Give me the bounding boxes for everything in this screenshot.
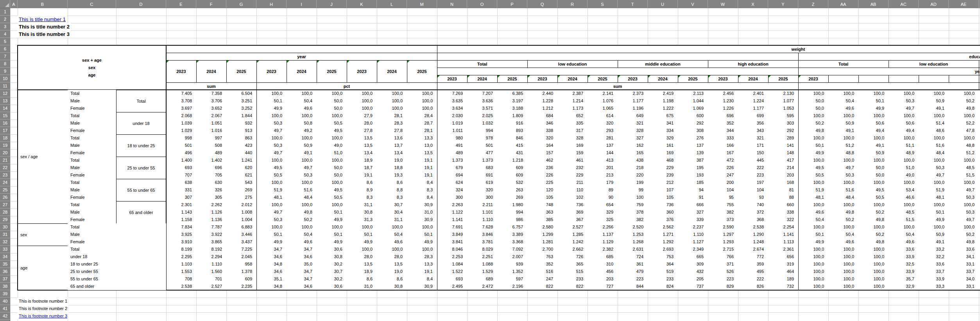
cell[interactable]: 543 — [226, 179, 252, 186]
column-header-U[interactable]: U — [648, 0, 678, 8]
cell[interactable]: 1.141 — [437, 216, 463, 223]
cell[interactable]: 50,2 — [858, 209, 884, 216]
cell[interactable]: 30,7 — [317, 268, 342, 275]
cell[interactable]: 100,0 — [798, 275, 824, 283]
cell[interactable]: 7.787 — [196, 223, 222, 231]
cell[interactable]: 100,0 — [858, 179, 884, 186]
cell[interactable]: 100,0 — [858, 268, 884, 275]
cell[interactable]: 3.446 — [226, 231, 252, 238]
cell[interactable]: 166 — [708, 142, 734, 149]
cell[interactable]: 3.846 — [467, 231, 493, 238]
cell[interactable]: 1.051 — [196, 119, 222, 127]
cell[interactable]: 100,0 — [919, 134, 944, 142]
cell[interactable]: 49,6 — [798, 209, 824, 216]
row-header-5[interactable]: 5 — [0, 38, 10, 45]
cell[interactable]: 609 — [497, 171, 523, 179]
column-header-AC[interactable]: AC — [889, 0, 919, 8]
cell[interactable]: 335 — [557, 119, 583, 127]
cell[interactable]: 2.025 — [467, 112, 493, 119]
cell[interactable]: 223 — [618, 275, 643, 283]
cell[interactable]: 30,9 — [407, 201, 433, 209]
cell[interactable]: 1.196 — [618, 105, 643, 112]
cell[interactable]: 308 — [678, 127, 704, 134]
row-header-41[interactable]: 41 — [0, 305, 10, 312]
cell[interactable]: 179 — [588, 179, 613, 186]
cell[interactable]: 2.235 — [226, 283, 252, 290]
cell[interactable]: 34,8 — [256, 283, 282, 290]
cell[interactable]: 822 — [527, 283, 553, 290]
row-label[interactable]: Male — [68, 97, 116, 105]
cell[interactable]: 100,0 — [287, 134, 312, 142]
cell[interactable]: 49,1 — [919, 105, 944, 112]
cell[interactable]: 2.693 — [648, 246, 674, 253]
cell[interactable]: 31,3 — [347, 216, 373, 223]
cell[interactable]: 218 — [618, 164, 643, 171]
cell[interactable]: 1.004 — [226, 216, 252, 223]
cell[interactable]: 150 — [738, 149, 764, 157]
cell[interactable]: 35,0 — [287, 260, 312, 268]
row-header-1[interactable]: 1 — [0, 8, 10, 16]
cell[interactable]: 2.527 — [557, 223, 583, 231]
cell[interactable]: 8,6 — [377, 179, 403, 186]
cell[interactable]: 212 — [648, 179, 674, 186]
cell[interactable]: 49,7 — [889, 105, 914, 112]
cell[interactable]: 100,0 — [828, 157, 854, 164]
cell[interactable]: 50,4 — [287, 231, 312, 238]
cell[interactable]: 8,3 — [407, 186, 433, 194]
cell[interactable]: 91 — [678, 194, 704, 201]
row-label[interactable]: Male — [68, 209, 116, 216]
cell[interactable]: 30,7 — [377, 201, 403, 209]
row-header-16[interactable]: 16 — [0, 119, 10, 127]
row-header-36[interactable]: 36 — [0, 268, 10, 275]
cell[interactable]: 19,1 — [407, 164, 433, 171]
cell[interactable]: 352 — [527, 260, 553, 268]
cell[interactable]: 13,4 — [377, 149, 403, 157]
row-header-7[interactable]: 7 — [0, 53, 10, 60]
cell[interactable]: 1.110 — [467, 216, 493, 223]
year-header-cell[interactable]: 2023 — [527, 75, 557, 82]
cell[interactable]: 7.405 — [166, 90, 192, 97]
cell[interactable]: 31,1 — [377, 216, 403, 223]
cell[interactable]: 171 — [738, 142, 764, 149]
cell[interactable]: 2.387 — [557, 90, 583, 97]
cell[interactable]: 1.228 — [527, 97, 553, 105]
cell[interactable]: 49,8 — [949, 105, 975, 112]
row-header-38[interactable]: 38 — [0, 283, 10, 290]
cell[interactable]: 34,1 — [949, 253, 975, 260]
cell[interactable]: 824 — [648, 283, 674, 290]
cell[interactable]: 1.110 — [196, 260, 222, 268]
cell[interactable]: 8,6 — [347, 179, 373, 186]
cell[interactable]: 1.019 — [437, 119, 463, 127]
cell[interactable]: 100,0 — [256, 90, 282, 97]
cell[interactable]: 417 — [768, 157, 794, 164]
cell[interactable]: 100,0 — [347, 223, 373, 231]
cell[interactable]: 49,0 — [889, 171, 914, 179]
year-header-cell[interactable]: 2024 — [648, 75, 678, 82]
cell[interactable]: 51,6 — [828, 186, 854, 194]
row-header-9[interactable]: 9 — [0, 68, 10, 75]
age-group-total[interactable]: Total — [116, 90, 166, 112]
cell[interactable]: 100,0 — [287, 157, 312, 164]
cell[interactable]: 693 — [166, 164, 192, 171]
cell[interactable]: 50,1 — [256, 231, 282, 238]
cell[interactable]: 50,9 — [858, 149, 884, 157]
cell[interactable]: 100,0 — [919, 179, 944, 186]
cell[interactable]: 100,0 — [256, 223, 282, 231]
row-label[interactable]: Female — [68, 171, 116, 179]
cell[interactable]: 205 — [678, 275, 704, 283]
year-header-cell[interactable]: 2024 — [557, 75, 588, 82]
cell[interactable]: 49,9 — [798, 238, 824, 246]
cell[interactable]: 104 — [738, 186, 764, 194]
cell[interactable]: 34,8 — [256, 260, 282, 268]
row-header-10[interactable]: 10 — [0, 75, 10, 82]
cell[interactable]: 289 — [768, 134, 794, 142]
cell[interactable]: 100,0 — [858, 157, 884, 164]
cell[interactable]: 100,0 — [949, 179, 975, 186]
cell[interactable]: 464 — [768, 268, 794, 275]
cell[interactable]: 1.281 — [527, 238, 553, 246]
cell[interactable]: 329 — [588, 209, 613, 216]
cell[interactable]: 2.045 — [226, 253, 252, 260]
cell[interactable]: 50,2 — [949, 231, 975, 238]
cell[interactable]: 3.865 — [196, 238, 222, 246]
cell[interactable]: 30,8 — [347, 209, 373, 216]
